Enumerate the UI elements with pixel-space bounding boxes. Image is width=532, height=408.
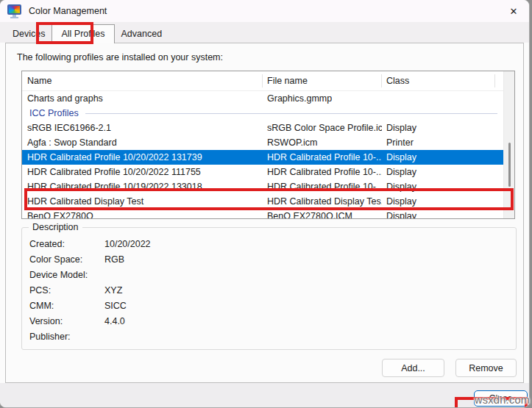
cell-file: Graphics.gmmp — [263, 91, 382, 106]
description-fields: Created:10/20/2022Color Space:RGBDevice … — [22, 237, 516, 345]
tab-all-profiles[interactable]: All Profiles — [52, 24, 114, 43]
title-bar: Color Management ✕ — [0, 0, 529, 22]
field-value: 4.4.0 — [104, 314, 516, 329]
intro-text: The following profiles are installed on … — [17, 52, 223, 62]
column-header-class[interactable]: Class — [382, 74, 495, 87]
window-title: Color Management — [29, 6, 107, 16]
cell-class: Display — [382, 150, 495, 165]
profile-row[interactable]: HDR Calibrated Profile 10/20/2022 111755… — [22, 165, 505, 179]
profile-row[interactable]: sRGB IEC61966-2.1sRGB Color Space Profil… — [22, 121, 505, 135]
tab-advanced[interactable]: Advanced — [115, 26, 169, 43]
cell-class: Display — [382, 121, 495, 135]
cell-class: Display — [382, 179, 495, 194]
field-label: CMM: — [22, 298, 104, 314]
profile-list-rows: Charts and graphsGraphics.gmmpICC Profil… — [22, 91, 505, 219]
add-button[interactable]: Add... — [382, 359, 444, 377]
field-label: Created: — [22, 237, 104, 252]
profile-list: Name File name Class Charts and graphsGr… — [21, 71, 515, 219]
field-value — [104, 329, 516, 345]
field-value: RGB — [104, 252, 516, 268]
profile-row[interactable]: Agfa : Swop StandardRSWOP.icmPrinter — [22, 135, 505, 150]
cell-file: RSWOP.icm — [263, 135, 382, 150]
field-value — [104, 268, 516, 283]
profile-row[interactable]: BenQ EX2780QBenQ EX2780Q.ICMDisplay — [22, 209, 505, 219]
description-field-row: CMM:SICC — [22, 298, 516, 314]
monitor-screen-shape — [7, 4, 21, 15]
description-field-row: Device Model: — [22, 268, 516, 283]
column-header-file-name[interactable]: File name — [263, 74, 382, 87]
tab-strip: Devices All Profiles Advanced — [0, 22, 529, 43]
tab-devices[interactable]: Devices — [6, 26, 52, 43]
field-label: Version: — [22, 314, 104, 329]
watermark-text: wsxdn.com — [475, 394, 530, 406]
cell-name: HDR Calibrated Profile 10/19/2022 133018 — [22, 179, 263, 194]
cell-name: Agfa : Swop Standard — [22, 135, 263, 150]
cell-file: sRGB Color Space Profile.ic... — [263, 121, 382, 135]
description-field-row: Created:10/20/2022 — [22, 237, 516, 252]
field-label: PCS: — [22, 283, 104, 298]
field-value: XYZ — [104, 283, 516, 298]
profile-row[interactable]: HDR Calibrated Profile 10/20/2022 131739… — [22, 150, 505, 165]
description-field-row: Version:4.4.0 — [22, 314, 516, 329]
cell-file: BenQ EX2780Q.ICM — [263, 209, 382, 219]
vertical-scrollbar[interactable] — [503, 71, 514, 218]
profile-row[interactable]: HDR Calibrated Profile 10/19/2022 133018… — [22, 179, 505, 194]
profile-row[interactable]: HDR Calibrated Display TestHDR Calibrate… — [22, 194, 505, 209]
field-label: Device Model: — [22, 268, 104, 283]
cell-name: BenQ EX2780Q — [22, 209, 263, 219]
scrollbar-thumb[interactable] — [508, 143, 511, 187]
cell-class: Display — [382, 194, 495, 209]
description-legend: Description — [29, 222, 82, 232]
field-value: 10/20/2022 — [104, 237, 516, 252]
color-management-dialog: Color Management ✕ Devices All Profiles … — [0, 0, 529, 407]
group-divider — [85, 113, 497, 114]
remove-button[interactable]: Remove — [455, 359, 517, 377]
list-header: Name File name Class — [22, 71, 505, 91]
field-label: Publisher: — [22, 329, 104, 345]
cell-file: HDR Calibrated Profile 10-... — [263, 150, 382, 165]
monitor-base-shape — [10, 17, 18, 18]
description-field-row: Publisher: — [22, 329, 516, 345]
window-close-icon[interactable]: ✕ — [501, 0, 526, 22]
cell-name: HDR Calibrated Profile 10/20/2022 111755 — [22, 165, 263, 179]
field-label: Color Space: — [22, 252, 104, 268]
column-header-name[interactable]: Name — [22, 74, 263, 87]
cell-file: HDR Calibrated Profile 10-... — [263, 165, 382, 179]
list-group-header: ICC Profiles — [22, 106, 505, 121]
cell-class: Display — [382, 209, 495, 219]
cell-class: Display — [382, 165, 495, 179]
all-profiles-tab-page: The following profiles are installed on … — [5, 43, 524, 383]
cell-file: HDR Calibrated Profile 10-... — [263, 179, 382, 194]
cell-class: Printer — [382, 135, 495, 150]
group-label: ICC Profiles — [22, 106, 79, 121]
cell-name: Charts and graphs — [22, 91, 263, 106]
description-field-row: Color Space:RGB — [22, 252, 516, 268]
description-group: Description Created:10/20/2022Color Spac… — [21, 227, 517, 350]
cell-name: sRGB IEC61966-2.1 — [22, 121, 263, 135]
color-management-monitor-icon — [7, 4, 22, 19]
cell-name: HDR Calibrated Display Test — [22, 194, 263, 209]
field-value: SICC — [104, 298, 516, 314]
cell-file: HDR Calibrated Display Tes... — [263, 194, 382, 209]
cell-name: HDR Calibrated Profile 10/20/2022 131739 — [22, 150, 263, 165]
profile-row[interactable]: Charts and graphsGraphics.gmmp — [22, 91, 505, 106]
description-field-row: PCS:XYZ — [22, 283, 516, 298]
dialog-footer: Close — [0, 383, 529, 407]
